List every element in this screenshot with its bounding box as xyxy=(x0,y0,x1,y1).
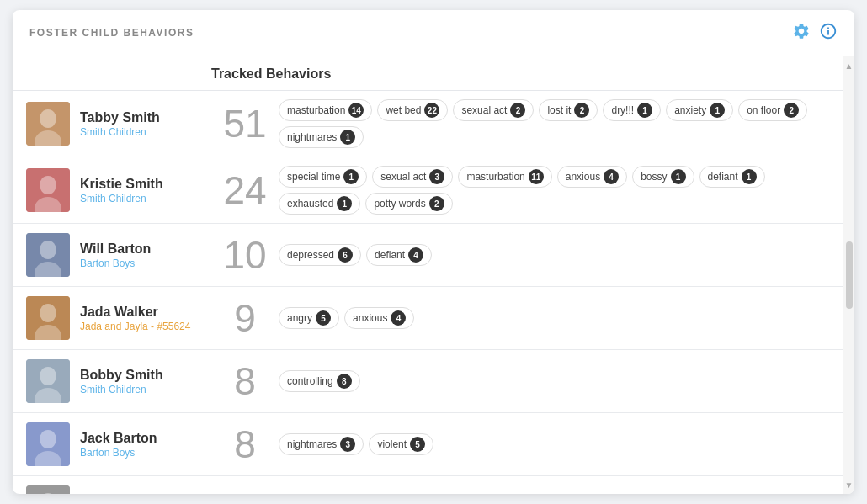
table-row: Will Barton Barton Boys 10 depressed 6 d… xyxy=(13,224,843,287)
behavior-tag[interactable]: depressed 6 xyxy=(279,244,361,266)
tag-count: 22 xyxy=(424,103,439,118)
behavior-tag[interactable]: lost it 2 xyxy=(539,99,598,121)
tag-label: potty words xyxy=(374,198,425,210)
child-name: Jack Barton xyxy=(80,430,157,448)
tag-label: special time xyxy=(287,171,340,183)
tag-count: 5 xyxy=(316,310,331,326)
child-name: Craig Smith xyxy=(80,493,156,494)
behavior-tag[interactable]: bossy 1 xyxy=(632,166,694,188)
svg-point-16 xyxy=(40,430,56,448)
behavior-tag[interactable]: anxious 4 xyxy=(344,307,414,329)
child-group[interactable]: Barton Boys xyxy=(80,257,151,269)
tag-label: sexual act xyxy=(380,171,426,183)
tag-label: depressed xyxy=(287,249,334,261)
child-group[interactable]: Smith Children xyxy=(80,384,163,395)
tag-label: controlling xyxy=(287,375,333,387)
behavior-tag[interactable]: masturbation 14 xyxy=(279,99,372,121)
tag-count: 8 xyxy=(337,374,352,389)
behavior-tag[interactable]: defiant 1 xyxy=(699,166,765,188)
child-info: Jack Barton Barton Boys xyxy=(80,430,157,459)
behavior-tag[interactable]: anxious 4 xyxy=(557,166,627,188)
tag-count: 1 xyxy=(343,169,359,184)
child-info: Kristie Smith Smith Children xyxy=(80,176,163,205)
svg-rect-18 xyxy=(26,485,70,494)
behavior-tag[interactable]: dry!!! 1 xyxy=(603,99,661,121)
behavior-tag[interactable]: nightmares 1 xyxy=(279,126,364,148)
behavior-tag[interactable]: defiant 4 xyxy=(366,244,432,266)
behavior-count: 8 xyxy=(211,422,279,467)
svg-point-7 xyxy=(40,241,56,259)
tag-label: nightmares xyxy=(287,131,337,143)
tag-count: 1 xyxy=(340,130,355,145)
scroll-thumb[interactable] xyxy=(846,241,853,309)
child-info: Craig Smith Smith Children xyxy=(80,493,156,494)
tag-count: 3 xyxy=(429,169,444,184)
row-left: Tabby Smith Smith Children xyxy=(26,102,211,146)
behavior-tag[interactable]: sexual act 3 xyxy=(372,166,453,188)
child-name: Tabby Smith xyxy=(80,109,160,127)
behavior-tag[interactable]: masturbation 11 xyxy=(458,166,551,188)
child-group[interactable]: Smith Children xyxy=(80,193,163,204)
table-row: Bobby Smith Smith Children 8 controlling… xyxy=(13,350,843,413)
tag-label: masturbation xyxy=(287,104,345,116)
behavior-tag[interactable]: sexual act 2 xyxy=(453,99,534,121)
child-info: Will Barton Barton Boys xyxy=(80,241,151,270)
behavior-tag[interactable]: on floor 2 xyxy=(738,99,807,121)
tag-count: 1 xyxy=(742,169,757,184)
avatar xyxy=(26,102,70,146)
behavior-tag[interactable]: special time 1 xyxy=(279,166,367,188)
behavior-tag[interactable]: potty words 2 xyxy=(365,193,452,215)
tag-count: 4 xyxy=(391,310,406,326)
tag-count: 5 xyxy=(410,437,425,452)
child-name: Kristie Smith xyxy=(80,176,163,194)
tag-count: 1 xyxy=(337,196,352,211)
tag-count: 14 xyxy=(348,103,364,118)
tag-count: 4 xyxy=(604,169,619,184)
behavior-tag[interactable]: anxiety 1 xyxy=(666,99,733,121)
child-group[interactable]: Barton Boys xyxy=(80,447,157,459)
child-name: Bobby Smith xyxy=(80,367,163,385)
row-left: Kristie Smith Smith Children xyxy=(26,168,211,212)
tag-label: wet bed xyxy=(386,104,421,116)
behavior-count: 9 xyxy=(211,295,279,341)
row-left: Bobby Smith Smith Children xyxy=(26,359,211,403)
tag-label: defiant xyxy=(708,171,738,183)
behavior-tag[interactable]: exhausted 1 xyxy=(279,193,360,215)
tag-label: sexual act xyxy=(461,104,507,116)
behavior-tag[interactable]: nightmares 3 xyxy=(279,433,364,455)
avatar xyxy=(26,296,70,340)
tags-list: masturbation 14 wet bed 22 sexual act 2 … xyxy=(279,99,829,148)
gear-icon[interactable] xyxy=(792,22,811,44)
tag-count: 11 xyxy=(529,169,544,184)
behavior-tag[interactable]: angry 5 xyxy=(279,307,339,329)
child-group[interactable]: Smith Children xyxy=(80,126,160,138)
child-group[interactable]: Jada and Jayla - #55624 xyxy=(80,321,190,332)
behavior-tag[interactable]: violent 5 xyxy=(369,433,434,455)
scroll-up-arrow[interactable]: ▲ xyxy=(843,58,854,73)
tag-label: defiant xyxy=(375,249,405,261)
table-container: Tracked Behaviors Tabby Smith Smith Chil… xyxy=(13,56,854,494)
table-row: Jack Barton Barton Boys 8 nightmares 3 v… xyxy=(13,413,843,476)
col-header-left xyxy=(26,66,211,82)
tag-label: lost it xyxy=(547,104,571,116)
table-content: Tracked Behaviors Tabby Smith Smith Chil… xyxy=(13,56,843,494)
tag-label: dry!!! xyxy=(611,104,634,116)
behavior-count: 24 xyxy=(211,167,279,213)
tag-count: 2 xyxy=(429,196,444,211)
svg-point-13 xyxy=(40,367,56,385)
scroll-down-arrow[interactable]: ▼ xyxy=(843,477,854,492)
scrollbar[interactable]: ▲ ▼ xyxy=(843,56,854,494)
behavior-count: 8 xyxy=(211,358,279,404)
tags-list: controlling 8 xyxy=(279,370,829,392)
info-icon[interactable] xyxy=(819,22,838,44)
tag-count: 1 xyxy=(671,169,686,184)
table-row: Jada Walker Jada and Jayla - #55624 9 an… xyxy=(13,287,843,350)
behavior-tag[interactable]: wet bed 22 xyxy=(377,99,448,121)
behavior-count: 7 xyxy=(211,485,279,494)
column-header: Tracked Behaviors xyxy=(13,56,843,91)
behavior-tag[interactable]: controlling 8 xyxy=(279,370,360,392)
tag-count: 2 xyxy=(574,103,589,118)
avatar xyxy=(26,485,70,494)
card-header: FOSTER CHILD BEHAVIORS xyxy=(13,10,854,56)
tag-count: 3 xyxy=(340,437,355,452)
